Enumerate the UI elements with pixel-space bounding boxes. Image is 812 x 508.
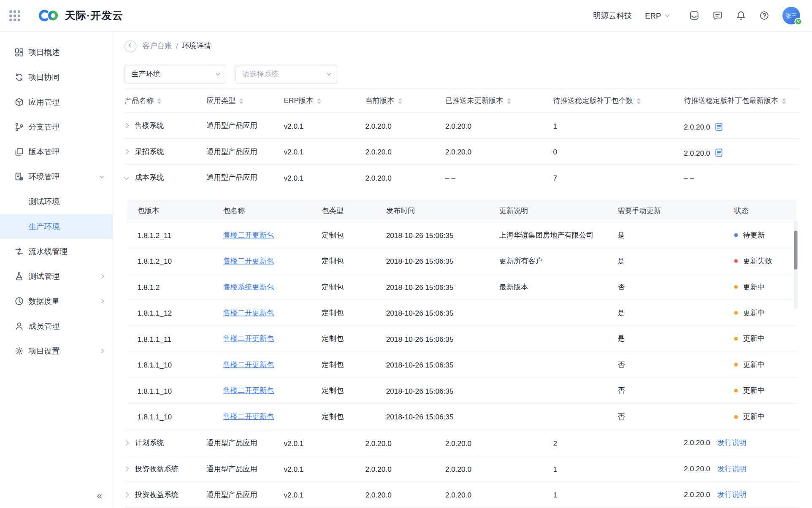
column-header-5[interactable]: 待推送稳定版补丁包个数 [553, 96, 684, 105]
message-icon[interactable] [712, 11, 723, 21]
sort-icon[interactable] [398, 98, 402, 104]
sidebar-item-label: 测试环境 [29, 197, 60, 206]
sidebar-item-label: 项目设置 [29, 346, 60, 356]
environment-select[interactable]: 生产环境 [125, 65, 226, 84]
status-label: 更新中 [743, 334, 765, 343]
chevron-down-icon [327, 71, 331, 76]
status-dot [734, 311, 738, 315]
package-name-link[interactable]: 售楼系统更新包 [223, 282, 274, 291]
release-notes-doc-icon[interactable] [714, 148, 723, 157]
package-version: 1.8.1.2_11 [138, 231, 223, 239]
package-row[interactable]: 1.8.1.1_10售楼二开更新包定制包2018-10-26 15:06:35否… [127, 352, 796, 378]
package-column-header-4: 更新说明 [499, 206, 617, 215]
product-row[interactable]: 计划系统通用型产品应用v2.0.12.0.20.02.0.20.022.0.20… [125, 430, 799, 456]
tenant-name[interactable]: 明源云科技 [593, 11, 632, 20]
sidebar-item-environment-management[interactable]: 环境管理 [0, 164, 113, 189]
release-notes-link[interactable]: 发行说明 [717, 438, 747, 447]
back-button[interactable] [125, 40, 136, 52]
chevron-right-icon[interactable] [124, 492, 129, 497]
sidebar-item-version-management[interactable]: 版本管理 [0, 139, 113, 164]
column-header-0[interactable]: 产品名称 [125, 96, 206, 105]
chevron-right-icon[interactable] [124, 440, 129, 446]
sort-icon[interactable] [782, 98, 786, 104]
package-name-link[interactable]: 售楼二开更新包 [223, 360, 274, 368]
app-launcher-icon[interactable] [9, 10, 20, 21]
user-avatar[interactable]: 张三 V [782, 7, 800, 24]
chevron-right-icon[interactable] [124, 123, 129, 128]
top-bar-actions: 明源云科技 ERP [593, 7, 800, 24]
inbox-icon[interactable] [689, 11, 700, 21]
chevron-down-icon[interactable] [124, 175, 129, 180]
sidebar-item-production-environment[interactable]: 生产环境 [0, 214, 113, 239]
publish-time: 2018-10-26 15:06:35 [386, 360, 499, 369]
package-column-header-5: 需要手动更新 [617, 206, 734, 215]
sidebar-item-application-management[interactable]: 应用管理 [0, 90, 113, 115]
package-row[interactable]: 1.8.1.1_12售楼二开更新包定制包2018-10-26 15:06:35是… [127, 300, 796, 326]
status-label: 待更新 [743, 230, 765, 240]
package-type: 定制包 [322, 230, 386, 240]
current-version: 2.0.20.0 [365, 148, 445, 156]
column-header-6[interactable]: 待推送稳定版补丁包最新版本 [684, 96, 799, 105]
column-header-3[interactable]: 当前版本 [365, 96, 445, 105]
sidebar-item-member-management[interactable]: 成员管理 [0, 313, 113, 338]
status-dot [734, 363, 738, 367]
sidebar-item-project-settings[interactable]: 项目设置 [0, 338, 113, 363]
package-row[interactable]: 1.8.1.2售楼系统更新包定制包2018-10-26 15:06:35最新版本… [127, 274, 796, 300]
package-name-link[interactable]: 售楼二开更新包 [223, 230, 274, 239]
sidebar-item-pipeline-management[interactable]: 流水线管理 [0, 239, 113, 264]
column-header-1[interactable]: 应用类型 [206, 96, 284, 105]
sidebar-item-project-collaboration[interactable]: 项目协同 [0, 65, 113, 90]
project-collaboration-icon [14, 73, 24, 82]
package-row[interactable]: 1.8.1.1_10售楼二开更新包定制包2018-10-26 15:06:35否… [127, 378, 796, 404]
sidebar-item-project-overview[interactable]: 项目概述 [0, 40, 113, 65]
notification-bell-icon[interactable] [736, 11, 746, 21]
scrollbar-thumb[interactable] [794, 231, 798, 270]
sort-icon[interactable] [239, 98, 244, 104]
breadcrumb: 客户台账 / 环境详情 [125, 39, 799, 53]
test-management-icon [14, 272, 24, 281]
package-name-link[interactable]: 售楼二开更新包 [223, 412, 274, 421]
app-title: 天际·开发云 [65, 8, 124, 22]
product-row[interactable]: 售楼系统通用型产品应用v2.0.12.0.20.02.0.20.012.0.20… [125, 113, 799, 139]
release-notes-doc-icon[interactable] [714, 122, 723, 131]
package-name-link[interactable]: 售楼二开更新包 [223, 334, 274, 343]
help-icon[interactable] [759, 11, 770, 21]
sort-icon[interactable] [636, 98, 641, 104]
manual-update-required: 否 [617, 386, 734, 395]
system-select[interactable]: 请选择系统 [235, 65, 337, 84]
status-badge: 更新中 [734, 334, 797, 343]
pending-patch-count: 1 [553, 122, 684, 130]
chevron-right-icon[interactable] [124, 466, 129, 471]
release-notes-link[interactable]: 发行说明 [717, 490, 747, 499]
package-row[interactable]: 1.8.1.2_11售楼二开更新包定制包2018-10-26 15:06:35上… [127, 222, 796, 248]
latest-patch-version: – – [684, 174, 799, 182]
product-row[interactable]: 投资收益系统通用型产品应用v2.0.12.0.20.02.0.20.012.0.… [125, 482, 799, 508]
package-table: 包版本包名称包类型发布时间更新说明需要手动更新状态1.8.1.2_11售楼二开更… [127, 200, 796, 430]
sidebar-item-branch-management[interactable]: 分支管理 [0, 115, 113, 140]
sort-icon[interactable] [507, 98, 511, 104]
sidebar-collapse-button[interactable]: « [0, 491, 113, 508]
column-header-4[interactable]: 已推送未更新版本 [445, 96, 553, 105]
avatar-badge: V [794, 18, 802, 25]
sort-icon[interactable] [317, 98, 321, 104]
release-notes-link[interactable]: 发行说明 [717, 464, 747, 473]
sidebar-item-test-environment[interactable]: 测试环境 [0, 189, 113, 214]
sidebar-item-test-management[interactable]: 测试管理 [0, 264, 113, 289]
package-row[interactable]: 1.8.1.1_11售楼二开更新包定制包2018-10-26 15:06:35是… [127, 326, 796, 352]
column-header-2[interactable]: ERP版本 [284, 96, 365, 105]
package-name-link[interactable]: 售楼二开更新包 [223, 257, 274, 265]
package-name-link[interactable]: 售楼二开更新包 [223, 386, 274, 395]
sidebar-item-data-metrics[interactable]: 数据度量 [0, 289, 113, 313]
erp-selector[interactable]: ERP [645, 11, 669, 20]
product-row[interactable]: 采招系统通用型产品应用v2.0.12.0.20.02.0.20.002.0.20… [125, 139, 799, 165]
current-version: 2.0.20.0 [365, 465, 445, 473]
chevron-right-icon[interactable] [124, 149, 129, 154]
breadcrumb-parent[interactable]: 客户台账 [143, 41, 172, 51]
sort-icon[interactable] [157, 98, 162, 104]
product-row[interactable]: 投资收益系统通用型产品应用v2.0.12.0.20.02.0.20.012.0.… [125, 456, 799, 482]
package-row[interactable]: 1.8.1.1_10售楼二开更新包定制包2018-10-26 15:06:35否… [127, 404, 796, 430]
package-name-link[interactable]: 售楼二开更新包 [223, 308, 274, 316]
app-type: 通用型产品应用 [206, 490, 284, 500]
product-row[interactable]: 成本系统通用型产品应用v2.0.12.0.20.0– –7– – [125, 165, 799, 191]
package-row[interactable]: 1.8.1.2_10售楼二开更新包定制包2018-10-26 15:06:35更… [127, 248, 796, 274]
